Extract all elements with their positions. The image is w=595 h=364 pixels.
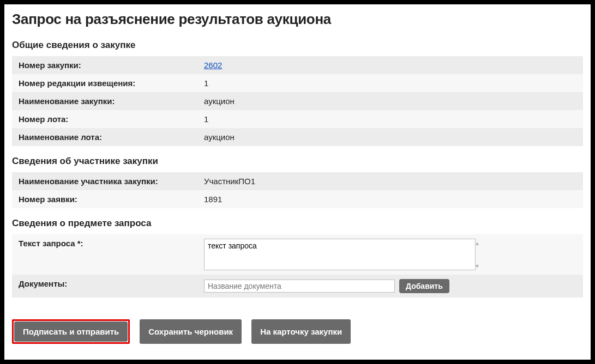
participant-info-table: Наименование участника закупки: Участник…: [12, 172, 583, 208]
section-heading-participant: Сведения об участнике закупки: [12, 156, 583, 167]
to-purchase-card-button[interactable]: На карточку закупки: [251, 319, 351, 344]
purchase-number-link[interactable]: 2602: [204, 60, 222, 70]
participant-name-label: Наименование участника закупки:: [12, 172, 197, 190]
application-number-label: Номер заявки:: [12, 190, 197, 208]
table-row: Номер заявки: 1891: [12, 190, 583, 208]
request-text-label: Текст запроса *:: [12, 234, 197, 275]
add-document-button[interactable]: Добавить: [399, 279, 449, 293]
textarea-scrollbar[interactable]: ▴ ▾: [476, 239, 483, 270]
highlight-frame: Подписать и отправить: [12, 319, 130, 344]
lot-number-label: Номер лота:: [12, 110, 197, 128]
general-info-table: Номер закупки: 2602 Номер редакции извещ…: [12, 56, 583, 146]
notice-revision-value: 1: [197, 74, 583, 92]
purchase-name-value: аукцион: [197, 92, 583, 110]
sign-and-send-button[interactable]: Подписать и отправить: [14, 321, 128, 342]
table-row: Номер закупки: 2602: [12, 56, 583, 74]
chevron-down-icon: ▾: [476, 263, 483, 269]
table-row: Наименование участника закупки: Участник…: [12, 172, 583, 190]
table-row: Наименование лота: аукцион: [12, 128, 583, 146]
action-bar: Подписать и отправить Сохранить черновик…: [12, 319, 583, 344]
table-row: Номер редакции извещения: 1: [12, 74, 583, 92]
lot-number-value: 1: [197, 110, 583, 128]
chevron-up-icon: ▴: [476, 240, 483, 246]
section-heading-request: Сведения о предмете запроса: [12, 218, 583, 229]
notice-revision-label: Номер редакции извещения:: [12, 74, 197, 92]
document-name-input[interactable]: [204, 280, 395, 293]
table-row: Документы: Добавить: [12, 275, 583, 298]
documents-label: Документы:: [12, 275, 197, 298]
lot-name-value: аукцион: [197, 128, 583, 146]
page-title: Запрос на разъяснение результатов аукцио…: [12, 11, 583, 28]
request-info-table: Текст запроса *: ▴ ▾ Документы: Добавить: [12, 234, 583, 298]
request-text-input[interactable]: [204, 239, 476, 270]
participant-name-value: УчастникПО1: [197, 172, 583, 190]
save-draft-button[interactable]: Сохранить черновик: [140, 319, 242, 344]
purchase-name-label: Наименование закупки:: [12, 92, 197, 110]
application-number-value: 1891: [197, 190, 583, 208]
purchase-number-label: Номер закупки:: [12, 56, 197, 74]
section-heading-general: Общие сведения о закупке: [12, 40, 583, 51]
table-row: Текст запроса *: ▴ ▾: [12, 234, 583, 275]
lot-name-label: Наименование лота:: [12, 128, 197, 146]
table-row: Номер лота: 1: [12, 110, 583, 128]
table-row: Наименование закупки: аукцион: [12, 92, 583, 110]
